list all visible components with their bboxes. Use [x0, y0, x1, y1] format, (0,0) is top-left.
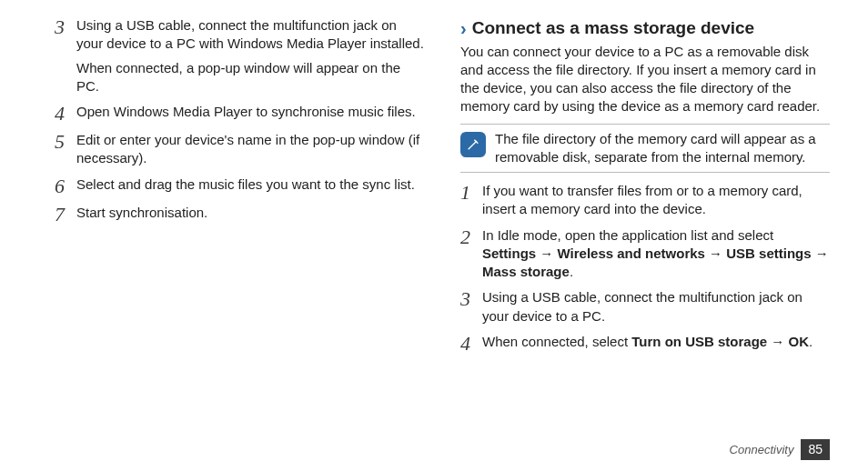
note-text: The file directory of the memory card wi…: [495, 130, 830, 167]
footer-section: Connectivity: [730, 442, 794, 458]
step-text-post: .: [570, 264, 573, 279]
step-text-post: .: [809, 334, 812, 349]
step-number: 6: [55, 176, 76, 196]
step-text-pre: In Idle mode, open the application list …: [482, 227, 773, 243]
step-body: Open Windows Media Player to synchronise…: [76, 103, 424, 121]
step-4: 4 Open Windows Media Player to synchroni…: [55, 103, 424, 124]
step-number: 3: [460, 289, 482, 309]
step-7: 7 Start synchronisation.: [55, 204, 424, 225]
step-body: In Idle mode, open the application list …: [482, 226, 830, 282]
step-text-bold: Turn on USB storage → OK: [631, 334, 809, 349]
step-number: 7: [55, 205, 76, 225]
step-body: Start synchronisation.: [76, 204, 424, 222]
right-step-2: 2 In Idle mode, open the application lis…: [460, 226, 830, 282]
step-text: Edit or enter your device's name in the …: [76, 132, 419, 165]
right-step-4: 4 When connected, select Turn on USB sto…: [460, 333, 830, 354]
step-text: Using a USB cable, connect the multifunc…: [482, 289, 802, 323]
step-text: Start synchronisation.: [76, 205, 207, 220]
step-body: If you want to transfer files from or to…: [482, 182, 830, 219]
step-number: 4: [55, 104, 76, 124]
step-body: When connected, select Turn on USB stora…: [482, 333, 830, 351]
step-text: If you want to transfer files from or to…: [482, 183, 802, 216]
step-body: Edit or enter your device's name in the …: [76, 131, 424, 168]
step-body: Using a USB cable, connect the multifunc…: [482, 288, 830, 326]
right-step-3: 3 Using a USB cable, connect the multifu…: [460, 288, 830, 326]
step-text-pre: When connected, select: [482, 334, 631, 349]
note-icon: [460, 132, 486, 157]
step-text-bold: Settings → Wireless and networks → USB s…: [482, 246, 829, 279]
step-number: 5: [55, 132, 76, 152]
step-number: 1: [460, 183, 482, 203]
section-header: › Connect as a mass storage device: [460, 16, 830, 40]
section-intro: You can connect your device to a PC as a…: [460, 43, 830, 116]
step-text: Open Windows Media Player to synchronise…: [76, 104, 416, 119]
left-column: 3 Using a USB cable, connect the multifu…: [55, 16, 424, 471]
step-number: 2: [460, 227, 482, 247]
step-number: 3: [55, 17, 76, 37]
section-title: Connect as a mass storage device: [472, 16, 754, 40]
right-column: › Connect as a mass storage device You c…: [460, 16, 830, 471]
page: 3 Using a USB cable, connect the multifu…: [0, 0, 868, 471]
chevron-icon: ›: [460, 19, 467, 37]
step-6: 6 Select and drag the music files you wa…: [55, 175, 424, 196]
step-number: 4: [460, 334, 482, 354]
note-box: The file directory of the memory card wi…: [460, 124, 830, 174]
right-step-1: 1 If you want to transfer files from or …: [460, 182, 830, 219]
step-3: 3 Using a USB cable, connect the multifu…: [55, 16, 424, 95]
step-5: 5 Edit or enter your device's name in th…: [55, 131, 424, 168]
page-number: 85: [801, 439, 830, 460]
step-text: Using a USB cable, connect the multifunc…: [76, 17, 424, 51]
page-footer: Connectivity 85: [730, 439, 830, 460]
step-body: Select and drag the music files you want…: [76, 175, 424, 194]
step-body: Using a USB cable, connect the multifunc…: [76, 16, 424, 95]
step-text: Select and drag the music files you want…: [76, 176, 415, 192]
step-subtext: When connected, a pop-up window will app…: [76, 59, 424, 96]
